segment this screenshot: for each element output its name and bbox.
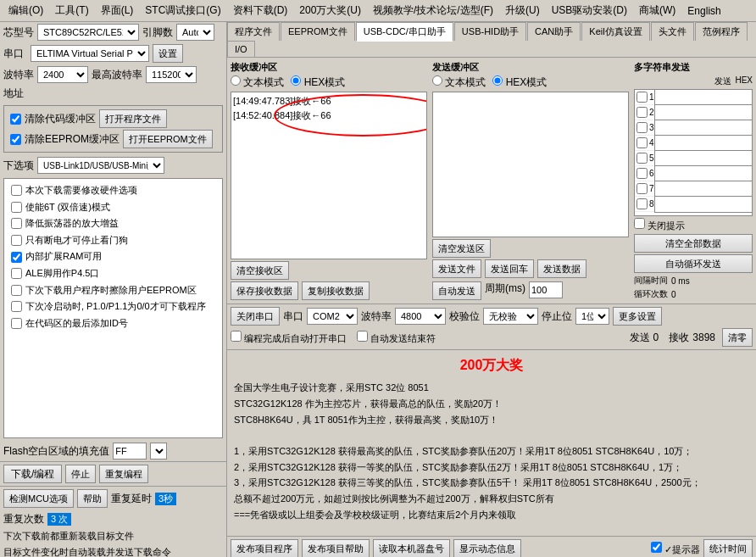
check-mcu-button[interactable]: 检测MCU选项 — [3, 489, 74, 508]
recv-text-mode-label[interactable]: 文本模式 — [231, 75, 284, 90]
period-input[interactable] — [529, 281, 563, 298]
download-button[interactable]: 下载/编程 — [3, 465, 62, 483]
opt-3-check[interactable] — [11, 235, 22, 246]
multi-input-5[interactable] — [654, 150, 753, 167]
open-eeprom-file-button[interactable]: 打开EEPROM文件 — [123, 130, 213, 148]
save-recv-button[interactable]: 保存接收数据 — [231, 281, 298, 300]
multi-input-8[interactable] — [654, 196, 753, 213]
opt-8-check[interactable] — [11, 318, 22, 329]
tab-usb-hid[interactable]: USB-HID助手 — [454, 22, 526, 41]
auto-open-check[interactable] — [231, 331, 242, 342]
opt-7-check[interactable] — [11, 301, 22, 312]
recv-hex-mode-label[interactable]: HEX模式 — [291, 75, 345, 90]
port-select[interactable]: ELTIMA Virtual Serial Port (C — [31, 45, 149, 62]
start-button[interactable]: 统计时间 — [703, 539, 753, 557]
send-enter-button[interactable]: 发送回车 — [485, 259, 534, 278]
fill-value-input[interactable] — [113, 443, 147, 460]
close-tip-check[interactable] — [634, 218, 645, 229]
stop-select[interactable]: 1位 — [575, 308, 609, 325]
help-button[interactable]: 帮助 — [77, 489, 108, 508]
multi-check-4[interactable] — [636, 137, 648, 148]
tab-program-file[interactable]: 程序文件 — [227, 22, 280, 41]
multi-check-8[interactable] — [636, 198, 648, 209]
multi-check-2[interactable] — [636, 107, 648, 118]
auto-send-button[interactable]: 自动发送 — [432, 281, 481, 300]
menu-download[interactable]: 资料下载(D) — [228, 2, 293, 19]
auto-open-label[interactable]: 编程完成后自动打开串口 — [231, 331, 347, 345]
tab-usb-cdc[interactable]: USB-CDC/串口助手 — [356, 22, 453, 42]
menu-mall[interactable]: 商城(W) — [634, 2, 681, 19]
send-data-button[interactable]: 发送数据 — [537, 259, 586, 278]
show-dynamic-button[interactable]: 显示动态信息 — [453, 539, 521, 557]
recv-text-mode-radio[interactable] — [231, 75, 241, 86]
reprogram-button[interactable]: 重复编程 — [99, 465, 148, 483]
opt-2-check[interactable] — [11, 218, 22, 229]
tab-eeprom-file[interactable]: EEPROM文件 — [281, 22, 355, 41]
auto-close-check[interactable] — [357, 331, 368, 342]
check-select[interactable]: 无校验 — [483, 308, 538, 325]
show-indicator-check[interactable] — [651, 542, 662, 553]
multi-input-6[interactable] — [654, 165, 753, 182]
clear-code-buf-check[interactable] — [10, 114, 21, 125]
clear-all-button[interactable]: 清空全部数据 — [634, 234, 753, 253]
tab-example[interactable]: 范例程序 — [695, 22, 748, 41]
clear-send-button[interactable]: 清空发送区 — [432, 239, 491, 258]
clear-recv-button[interactable]: 清空接收区 — [231, 261, 289, 280]
menu-prize[interactable]: 200万大奖(U) — [294, 2, 366, 19]
opt-4-check[interactable] — [11, 252, 22, 263]
menu-upgrade[interactable]: 升级(U) — [500, 2, 545, 19]
multi-input-4[interactable] — [654, 135, 753, 152]
copy-recv-button[interactable]: 复制接收数据 — [302, 281, 370, 300]
clear-eeprom-buf-check[interactable] — [10, 134, 21, 145]
tab-keil[interactable]: Keil仿真设置 — [581, 22, 649, 41]
recv-hex-mode-radio[interactable] — [291, 75, 301, 86]
stop-button[interactable]: 停止 — [65, 465, 96, 483]
opt-0-check[interactable] — [11, 185, 22, 196]
multi-check-1[interactable] — [636, 92, 648, 103]
multi-input-2[interactable] — [654, 104, 753, 121]
opt-6-check[interactable] — [11, 285, 22, 296]
tab-io[interactable]: I/O — [227, 41, 255, 57]
isp-select[interactable]: USB-Link1D/USB/USB-Mini脱机，程序加 — [37, 157, 164, 174]
multi-check-5[interactable] — [636, 153, 648, 164]
multi-check-3[interactable] — [636, 122, 648, 133]
close-tip-label[interactable]: 关闭提示 — [634, 218, 753, 232]
publish-program-button[interactable]: 发布项目程序 — [231, 539, 298, 557]
tab-header[interactable]: 头文件 — [651, 22, 694, 41]
pin-select[interactable]: Auto — [176, 24, 214, 41]
menu-edit[interactable]: 编辑(O) — [3, 2, 48, 19]
menu-ui[interactable]: 界面(L) — [96, 2, 139, 19]
baud-select[interactable]: 4800 — [395, 308, 446, 325]
menu-english[interactable]: English — [682, 3, 725, 19]
show-indicator-label[interactable]: ✓提示器 — [651, 542, 700, 556]
multi-input-3[interactable] — [654, 120, 753, 136]
port-settings-button[interactable]: 设置 — [153, 44, 183, 63]
opt-1-check[interactable] — [11, 202, 22, 213]
clear-stat-button[interactable]: 清零 — [722, 328, 753, 347]
publish-help-button[interactable]: 发布项目帮助 — [302, 539, 370, 557]
send-text-mode-radio[interactable] — [432, 75, 442, 86]
baud-select[interactable]: 2400 — [37, 66, 88, 83]
open-port-button[interactable]: 关闭串口 — [231, 307, 280, 326]
menu-tools[interactable]: 工具(T) — [50, 2, 93, 19]
chip-select[interactable]: STC89C52RC/LE52RC — [37, 24, 139, 41]
open-program-file-button[interactable]: 打开程序文件 — [99, 109, 167, 128]
more-settings-button[interactable]: 更多设置 — [613, 307, 662, 326]
send-file-button[interactable]: 发送文件 — [432, 259, 481, 278]
multi-check-6[interactable] — [636, 168, 648, 179]
auto-loop-send-button[interactable]: 自动循环发送 — [634, 254, 753, 273]
multi-input-7[interactable] — [654, 181, 753, 198]
send-hex-mode-label[interactable]: HEX模式 — [492, 75, 547, 90]
menu-video[interactable]: 视频教学/技术论坛/选型(F) — [368, 2, 498, 19]
max-baud-select[interactable]: 115200 — [146, 66, 197, 83]
opt-5-check[interactable] — [11, 268, 22, 279]
tab-can[interactable]: CAN助手 — [527, 22, 581, 41]
send-text-mode-label[interactable]: 文本模式 — [432, 75, 486, 90]
recv-box[interactable]: [14:49:47.783]接收←66 [14:52:40.884]接收←66 — [231, 92, 427, 259]
read-machine-id-button[interactable]: 读取本机器盘号 — [373, 539, 450, 557]
menu-usb-driver[interactable]: USB驱动安装(D) — [547, 2, 632, 19]
send-textarea[interactable] — [432, 92, 629, 237]
multi-check-7[interactable] — [636, 183, 648, 194]
send-hex-mode-radio[interactable] — [492, 75, 503, 86]
auto-close-label[interactable]: 自动发送结束符 — [357, 331, 436, 345]
